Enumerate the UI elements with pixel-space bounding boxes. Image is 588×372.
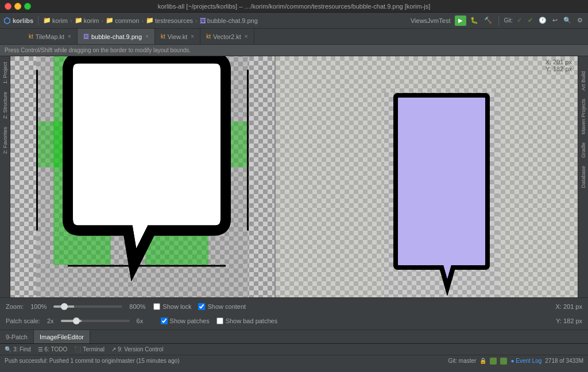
svg-rect-12 bbox=[247, 70, 249, 231]
tab-tilemap[interactable]: kt TileMap.kt × bbox=[23, 29, 78, 44]
show-patches-label[interactable]: Show patches bbox=[161, 317, 210, 324]
memory-display: 2718 of 3433M bbox=[545, 358, 583, 364]
nav-find-label: 3: Find bbox=[13, 346, 31, 352]
coord-y-display: Y: 182 px bbox=[556, 317, 582, 324]
debug-button[interactable]: 🐛 bbox=[469, 17, 480, 24]
terminal-icon: ⬛ bbox=[74, 346, 81, 352]
search-all[interactable]: 🔍 bbox=[562, 17, 573, 24]
control-row-1: Zoom: 100% 800% Show lock Show content X… bbox=[6, 300, 582, 313]
sidebar-maven[interactable]: Maven Projects bbox=[579, 95, 587, 138]
tab-view-label: View.kt bbox=[168, 33, 188, 40]
minimize-button[interactable] bbox=[14, 3, 21, 10]
close-button[interactable] bbox=[5, 3, 11, 10]
sidebar-project[interactable]: 1: Project bbox=[1, 59, 9, 87]
patch-scale-max: 6x bbox=[137, 317, 154, 324]
git-label: Git: bbox=[504, 17, 513, 24]
tab-image-editor-label: ImageFileEditor bbox=[40, 334, 84, 340]
status-right: Git: master 🔒 ● Event Log 2718 of 3433M bbox=[448, 358, 583, 365]
right-sidebar: Art Build Maven Projects Gradle Database bbox=[578, 56, 588, 297]
kt-icon2: kt bbox=[161, 33, 165, 40]
left-sidebar: 1: Project Z: Structure 2: Favorites bbox=[0, 56, 10, 297]
status-bar: Push successful: Pushed 1 commit to orig… bbox=[0, 355, 588, 366]
patch-scale-slider[interactable] bbox=[61, 320, 130, 322]
breadcrumb-file[interactable]: 🖼 bubble-chat.9.png bbox=[200, 17, 258, 24]
breadcrumb-testresources[interactable]: 📁 testresources bbox=[146, 17, 193, 24]
sidebar-gradle[interactable]: Gradle bbox=[579, 139, 587, 161]
sidebar-artbuild[interactable]: Art Build bbox=[579, 68, 587, 94]
breadcrumb-korim1[interactable]: 📁 korim bbox=[43, 17, 68, 24]
sidebar-favorites[interactable]: 2: Favorites bbox=[1, 123, 9, 157]
bottom-controls: Zoom: 100% 800% Show lock Show content X… bbox=[0, 297, 588, 330]
show-bad-patches-label[interactable]: Show bad patches bbox=[216, 317, 278, 324]
zoom-slider[interactable] bbox=[53, 305, 122, 308]
coord-x: X: 201 px bbox=[546, 59, 572, 65]
git-check[interactable]: ✓ bbox=[515, 17, 524, 24]
show-lock-label[interactable]: Show lock bbox=[153, 303, 191, 310]
sidebar-database[interactable]: Database bbox=[579, 162, 587, 192]
nav-todo[interactable]: ☰ 6: TODO bbox=[38, 346, 68, 352]
window-title: korlibs-all [~/projects/korlibs] – …/kor… bbox=[0, 3, 588, 10]
tab-vector2-close[interactable]: × bbox=[245, 33, 248, 40]
status-icon1 bbox=[490, 358, 497, 365]
canvas-left[interactable] bbox=[10, 56, 274, 297]
tab-vector2-label: Vector2.kt bbox=[213, 33, 241, 40]
show-patches-checkbox[interactable] bbox=[161, 317, 168, 324]
png-icon: 🖼 bbox=[83, 33, 89, 40]
run-config-label: ViewsJvmTest bbox=[411, 17, 450, 24]
separator bbox=[38, 16, 38, 25]
status-icon2 bbox=[500, 358, 507, 365]
zoom-value: 100% bbox=[30, 303, 47, 310]
git-revert[interactable]: ↩ bbox=[551, 17, 559, 24]
canvas-right[interactable]: X: 201 px Y: 182 px bbox=[276, 56, 578, 297]
kt-icon3: kt bbox=[206, 33, 211, 40]
svg-rect-10 bbox=[36, 70, 38, 231]
nav-find[interactable]: 🔍 3: Find bbox=[5, 346, 31, 352]
git-branch: Git: master bbox=[448, 358, 477, 364]
nav-vcs[interactable]: ↗ 9: Version Control bbox=[111, 346, 164, 352]
patch-scale-label: Patch scale: bbox=[6, 317, 40, 324]
zoom-max: 800% bbox=[129, 303, 146, 310]
img-container-left bbox=[36, 56, 249, 297]
bubble-right-svg bbox=[384, 92, 499, 297]
kt-icon: kt bbox=[29, 33, 33, 40]
sidebar-structure[interactable]: Z: Structure bbox=[1, 88, 9, 122]
footer-nav: 🔍 3: Find ☰ 6: TODO ⬛ Terminal ↗ 9: Vers… bbox=[0, 343, 588, 355]
title-bar-left bbox=[5, 3, 31, 10]
tab-bubble-close[interactable]: × bbox=[145, 33, 149, 40]
control-row-2: Patch scale: 2x 6x Show patches Show bad… bbox=[6, 315, 582, 328]
tab-tilemap-close[interactable]: × bbox=[68, 33, 71, 40]
show-content-label[interactable]: Show content bbox=[198, 303, 246, 310]
find-icon: 🔍 bbox=[5, 346, 11, 352]
tab-vector2[interactable]: kt Vector2.kt × bbox=[200, 29, 254, 44]
build-button[interactable]: 🔨 bbox=[482, 17, 494, 24]
run-button[interactable]: ▶ bbox=[455, 16, 466, 26]
svg-rect-11 bbox=[68, 265, 226, 267]
patch-scale-value: 2x bbox=[47, 317, 54, 324]
git-tick[interactable]: ✔ bbox=[526, 17, 535, 24]
img-container-right bbox=[384, 92, 499, 297]
bottom-tabs: 9-Patch ImageFileEditor bbox=[0, 330, 588, 343]
tab-view[interactable]: kt View.kt × bbox=[155, 29, 200, 44]
main-layout: 1: Project Z: Structure 2: Favorites bbox=[0, 56, 588, 297]
git-history[interactable]: 🕐 bbox=[537, 17, 548, 24]
coord-x-display: X: 201 px bbox=[556, 303, 582, 310]
show-content-checkbox[interactable] bbox=[198, 303, 205, 310]
settings[interactable]: ⚙ bbox=[575, 17, 585, 24]
tab-bubble-chat[interactable]: 🖼 bubble-chat.9.png × bbox=[78, 29, 155, 44]
breadcrumb-common[interactable]: 📁 common bbox=[106, 17, 139, 24]
show-lock-checkbox[interactable] bbox=[153, 303, 160, 310]
title-bar: korlibs-all [~/projects/korlibs] – …/kor… bbox=[0, 0, 588, 13]
tab-view-close[interactable]: × bbox=[191, 33, 194, 40]
maximize-button[interactable] bbox=[24, 3, 31, 10]
toolbar: ⬡ korlibs 📁 korim › 📁 korim › 📁 common ›… bbox=[0, 13, 588, 29]
tab-image-editor[interactable]: ImageFileEditor bbox=[34, 330, 90, 343]
breadcrumb-korim2[interactable]: 📁 korim bbox=[75, 17, 99, 24]
tab-9patch-label: 9-Patch bbox=[6, 334, 28, 340]
tab-9patch[interactable]: 9-Patch bbox=[0, 330, 34, 343]
nav-vcs-label: 9: Version Control bbox=[118, 346, 164, 352]
nav-terminal[interactable]: ⬛ Terminal bbox=[74, 346, 105, 352]
tab-bubble-label: bubble-chat.9.png bbox=[91, 33, 142, 40]
status-message: Push successful: Pushed 1 commit to orig… bbox=[5, 358, 180, 364]
show-bad-patches-checkbox[interactable] bbox=[216, 317, 223, 324]
event-log[interactable]: ● Event Log bbox=[510, 358, 541, 364]
